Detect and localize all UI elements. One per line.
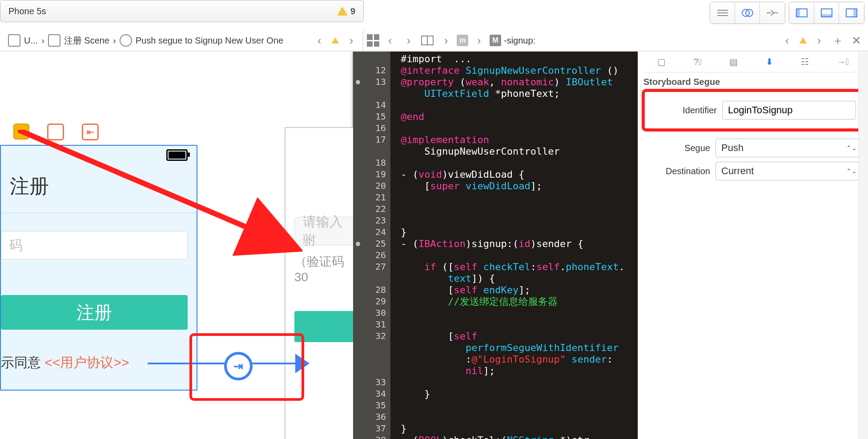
device-label: Phone 5s bbox=[8, 6, 46, 16]
code-textfield[interactable]: 码 bbox=[1, 231, 188, 259]
quick-help-icon[interactable]: ?⃝ bbox=[694, 57, 702, 67]
annotation-box bbox=[189, 333, 304, 401]
warning-icon bbox=[337, 7, 348, 16]
forward-button[interactable]: › bbox=[811, 32, 827, 48]
related-items-icon[interactable] bbox=[367, 34, 379, 47]
toggle-navigator-button[interactable] bbox=[789, 2, 814, 24]
first-responder-icon[interactable] bbox=[47, 124, 64, 140]
svg-rect-2 bbox=[717, 15, 728, 16]
identifier-label: Identifier bbox=[650, 105, 717, 116]
user-agreement-link[interactable]: <<用户协议>> bbox=[44, 355, 129, 370]
attributes-inspector: ▢ ?⃝ ▤ ⬇ ☷ →⃝ Storyboard Segue Identifie… bbox=[638, 52, 868, 439]
chevron-icon: ⌃⌄ bbox=[846, 144, 857, 152]
scene-dock: ⇤ bbox=[13, 124, 99, 140]
signup-button-label: 注册 bbox=[76, 300, 112, 325]
scheme-device-pill[interactable]: Phone 5s 9 bbox=[0, 0, 364, 22]
method-icon: M bbox=[490, 35, 501, 46]
verify-textfield[interactable]: 请输入驸 bbox=[294, 217, 357, 245]
segue-icon bbox=[120, 34, 132, 47]
storyboard-icon bbox=[8, 34, 20, 47]
back-button[interactable]: ‹ bbox=[382, 32, 398, 48]
destination-select[interactable]: Current⌃⌄ bbox=[715, 162, 863, 180]
assistant-editor-button[interactable] bbox=[735, 2, 760, 24]
view-controller-icon[interactable] bbox=[13, 124, 29, 140]
toggle-utilities-button[interactable] bbox=[839, 2, 864, 24]
build-warnings[interactable]: 9 bbox=[337, 6, 355, 16]
scrollbar[interactable] bbox=[858, 52, 868, 439]
identity-inspector-icon[interactable]: ▤ bbox=[729, 56, 738, 67]
destination-label: Destination bbox=[643, 166, 710, 176]
file-type-m-icon: m bbox=[457, 35, 468, 46]
code-area[interactable]: #import ... @interface SignupNewUserCont… bbox=[390, 52, 638, 439]
scene-icon bbox=[48, 34, 60, 47]
counterparts-icon[interactable] bbox=[419, 32, 435, 48]
textfield-placeholder: 请输入驸 bbox=[303, 213, 348, 249]
size-inspector-icon[interactable]: ☷ bbox=[801, 56, 809, 67]
agree-prefix: 示同意 bbox=[1, 355, 44, 370]
connections-inspector-icon[interactable]: →⃝ bbox=[837, 57, 849, 67]
standard-editor-button[interactable] bbox=[710, 2, 735, 24]
panel-toggle-segment bbox=[789, 2, 864, 24]
annotation-box: Identifier bbox=[642, 89, 864, 132]
segue-select[interactable]: Push⌃⌄ bbox=[715, 139, 863, 157]
back-button[interactable]: ‹ bbox=[311, 32, 327, 48]
warning-icon[interactable] bbox=[332, 37, 339, 44]
nav-title: 注册 bbox=[1, 164, 197, 213]
identifier-field[interactable] bbox=[722, 101, 856, 120]
file-method-name[interactable]: -signup: bbox=[504, 36, 535, 46]
segue-value: Push bbox=[721, 142, 743, 154]
status-bar bbox=[1, 146, 197, 164]
segue-label: Segue bbox=[643, 143, 710, 153]
editor-mode-segment bbox=[710, 2, 785, 24]
forward-button[interactable]: › bbox=[438, 32, 454, 48]
section-title: Storyboard Segue bbox=[643, 77, 863, 87]
chevron-icon: ⌃⌄ bbox=[846, 168, 857, 175]
signup-button[interactable]: 注册 bbox=[1, 295, 188, 330]
exit-icon[interactable]: ⇤ bbox=[82, 124, 99, 140]
crumb-segue: Push segue to Signup New User One bbox=[136, 36, 283, 46]
svg-rect-8 bbox=[821, 14, 832, 17]
crumb-u: U... bbox=[24, 36, 38, 46]
scene-signup[interactable]: 注册 码 注册 示同意 <<用户协议>> bbox=[0, 145, 197, 391]
crumb-scene: 注册 Scene bbox=[64, 35, 109, 47]
warning-icon[interactable] bbox=[800, 37, 807, 44]
breadcrumb[interactable]: U... › 注册 Scene › Push segue to Signup N… bbox=[4, 34, 288, 47]
version-editor-button[interactable] bbox=[760, 2, 785, 24]
line-gutter[interactable]: 1213141516171819202122232425262728293031… bbox=[353, 52, 390, 439]
textfield-placeholder: 码 bbox=[9, 236, 23, 255]
verify-hint: （验证码30 bbox=[294, 253, 357, 284]
svg-rect-1 bbox=[717, 12, 728, 13]
inspector-tabs: ▢ ?⃝ ▤ ⬇ ☷ →⃝ bbox=[643, 52, 863, 72]
attributes-inspector-icon[interactable]: ⬇ bbox=[766, 56, 773, 67]
forward-button[interactable]: › bbox=[471, 32, 487, 48]
svg-rect-10 bbox=[853, 9, 857, 17]
code-editor[interactable]: 1213141516171819202122232425262728293031… bbox=[353, 52, 638, 439]
forward-button[interactable]: › bbox=[401, 32, 417, 48]
toggle-debug-button[interactable] bbox=[814, 2, 839, 24]
svg-rect-0 bbox=[717, 10, 728, 11]
svg-rect-6 bbox=[796, 9, 800, 17]
close-assistant-button[interactable]: ✕ bbox=[848, 32, 864, 48]
destination-value: Current bbox=[721, 165, 754, 177]
storyboard-canvas[interactable]: ⇤ 注册 码 注册 示同意 <<用户协议>> 请输入驸 （验证码30 bbox=[0, 52, 353, 439]
battery-icon bbox=[166, 149, 188, 161]
jump-bar: U... › 注册 Scene › Push segue to Signup N… bbox=[0, 30, 868, 51]
warning-count: 9 bbox=[350, 6, 355, 16]
add-assistant-button[interactable]: ＋ bbox=[830, 32, 846, 48]
forward-button[interactable]: › bbox=[343, 32, 359, 48]
back-button[interactable]: ‹ bbox=[779, 32, 795, 48]
file-inspector-icon[interactable]: ▢ bbox=[657, 56, 666, 67]
top-toolbar: Phone 5s 9 bbox=[0, 0, 868, 27]
